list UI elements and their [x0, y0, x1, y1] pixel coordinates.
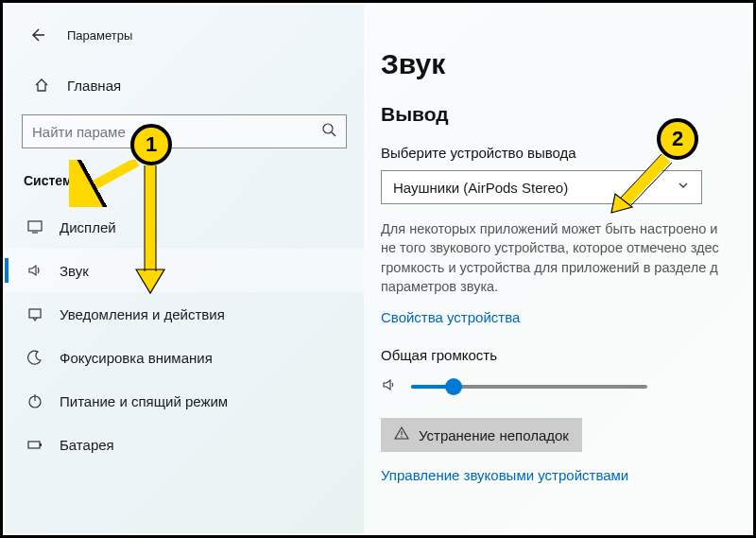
titlebar: Параметры: [5, 12, 364, 63]
battery-icon: [26, 436, 44, 453]
svg-line-1: [332, 132, 335, 136]
svg-rect-4: [29, 309, 41, 318]
sidebar-home[interactable]: Главная: [5, 63, 364, 111]
svg-rect-7: [28, 442, 40, 448]
svg-point-0: [323, 124, 333, 133]
nav-label: Звук: [60, 263, 89, 279]
home-icon: [33, 77, 50, 94]
slider-thumb[interactable]: [445, 378, 462, 395]
display-icon: [26, 218, 44, 235]
output-description: Для некоторых приложений может быть наст…: [381, 219, 751, 296]
sound-icon: [26, 262, 44, 279]
volume-row: [381, 376, 751, 397]
sidebar-item-display[interactable]: Дисплей: [5, 205, 364, 249]
sidebar-item-sound[interactable]: Звук: [5, 249, 364, 292]
power-icon: [26, 392, 44, 409]
dropdown-value: Наушники (AirPods Stereo): [393, 180, 677, 196]
output-section-title: Вывод: [381, 103, 751, 126]
notification-icon: [26, 305, 44, 322]
sidebar-item-notifications[interactable]: Уведомления и действия: [5, 292, 364, 336]
svg-point-10: [401, 436, 402, 437]
nav-label: Уведомления и действия: [60, 306, 225, 322]
content-area: Звук Вывод Выберите устройство вывода На…: [364, 5, 751, 533]
home-label: Главная: [67, 78, 121, 94]
back-arrow-icon: [27, 26, 46, 44]
search-box[interactable]: [22, 114, 347, 148]
sidebar-item-power[interactable]: Питание и спящий режим: [5, 379, 364, 423]
window-body: Параметры Главная Система Дисплей Звук У…: [5, 5, 751, 533]
sidebar-item-battery[interactable]: Батарея: [5, 423, 364, 466]
troubleshoot-button[interactable]: Устранение неполадок: [381, 418, 582, 452]
svg-rect-2: [28, 221, 42, 231]
sidebar-section-title: Система: [5, 165, 364, 205]
nav-label: Дисплей: [60, 219, 116, 235]
chevron-down-icon: [677, 179, 690, 196]
search-input[interactable]: [32, 124, 321, 140]
troubleshoot-label: Устранение неполадок: [419, 427, 569, 443]
nav-label: Фокусировка внимания: [60, 350, 213, 366]
warning-icon: [394, 425, 409, 444]
moon-icon: [26, 349, 44, 366]
speaker-icon: [381, 376, 398, 397]
output-device-dropdown[interactable]: Наушники (AirPods Stereo): [381, 170, 702, 204]
back-button[interactable]: [24, 22, 50, 48]
nav-label: Питание и спящий режим: [60, 393, 228, 409]
svg-rect-8: [40, 443, 42, 446]
nav-label: Батарея: [60, 437, 114, 453]
app-title: Параметры: [67, 28, 132, 43]
search-icon: [321, 122, 336, 141]
sidebar-item-focus[interactable]: Фокусировка внимания: [5, 336, 364, 379]
manage-devices-link[interactable]: Управление звуковыми устройствами: [381, 467, 628, 483]
volume-slider[interactable]: [411, 385, 647, 389]
sidebar: Параметры Главная Система Дисплей Звук У…: [5, 5, 364, 533]
settings-window: Параметры Главная Система Дисплей Звук У…: [0, 0, 756, 538]
volume-label: Общая громкость: [381, 347, 751, 363]
page-title: Звук: [381, 48, 751, 80]
output-device-label: Выберите устройство вывода: [381, 145, 751, 161]
device-properties-link[interactable]: Свойства устройства: [381, 309, 520, 325]
